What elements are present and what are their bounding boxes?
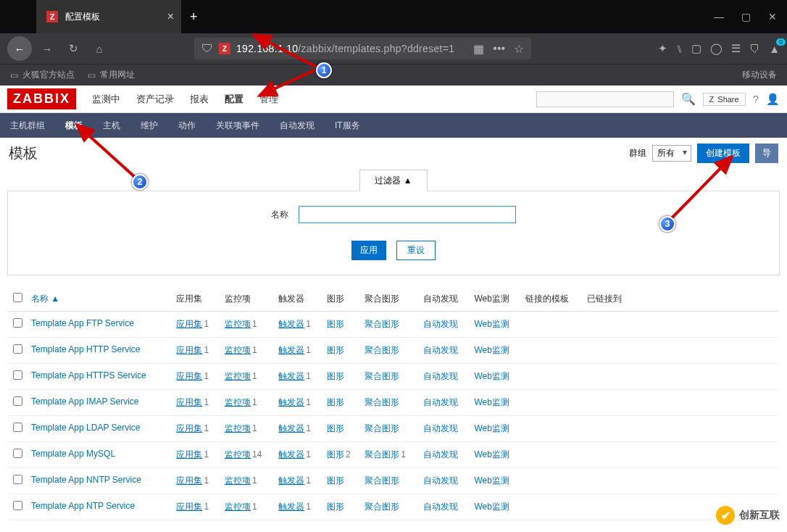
subnav-itservices[interactable]: IT服务 xyxy=(332,113,363,138)
new-tab-button[interactable]: + xyxy=(181,9,207,25)
shield2-icon[interactable]: ⛉ xyxy=(749,43,760,55)
applications-link[interactable]: 应用集 xyxy=(176,371,202,381)
subnav-discovery[interactable]: 自动发现 xyxy=(277,113,317,138)
subnav-correlation[interactable]: 关联项事件 xyxy=(213,113,262,138)
graphs-link[interactable]: 图形 xyxy=(327,449,344,460)
select-all-checkbox[interactable] xyxy=(13,293,22,302)
web-link[interactable]: Web监测 xyxy=(474,371,509,381)
applications-link[interactable]: 应用集 xyxy=(176,423,202,433)
col-name[interactable]: 名称 ▲ xyxy=(27,288,172,312)
window-maximize-icon[interactable]: ▢ xyxy=(741,11,751,22)
discovery-link[interactable]: 自动发现 xyxy=(423,475,458,486)
search-input[interactable] xyxy=(536,91,674,107)
web-link[interactable]: Web监测 xyxy=(474,397,509,407)
items-link[interactable]: 监控项 xyxy=(225,449,251,460)
discovery-link[interactable]: 自动发现 xyxy=(423,449,458,460)
template-name-link[interactable]: Template App NTP Service xyxy=(31,501,135,511)
account-icon[interactable]: ◯ xyxy=(710,42,723,55)
create-template-button[interactable]: 创建模板 xyxy=(697,144,749,163)
subnav-maintenance[interactable]: 维护 xyxy=(138,113,161,138)
triggers-link[interactable]: 触发器 xyxy=(278,475,304,486)
row-checkbox[interactable] xyxy=(13,396,22,406)
items-link[interactable]: 监控项 xyxy=(225,319,251,329)
screens-link[interactable]: 聚合图形 xyxy=(365,371,399,381)
reader-icon[interactable]: ▦ xyxy=(473,42,484,56)
template-name-link[interactable]: Template App HTTPS Service xyxy=(31,370,146,381)
triggers-link[interactable]: 触发器 xyxy=(278,449,304,460)
discovery-link[interactable]: 自动发现 xyxy=(423,345,458,355)
nav-configuration[interactable]: 配置 xyxy=(225,93,243,106)
nav-reports[interactable]: 报表 xyxy=(190,93,209,106)
search-icon[interactable]: 🔍 xyxy=(681,92,696,106)
web-link[interactable]: Web监测 xyxy=(474,449,509,460)
graphs-link[interactable]: 图形 xyxy=(327,475,344,486)
template-name-link[interactable]: Template App FTP Service xyxy=(31,318,134,328)
nav-monitoring[interactable]: 监测中 xyxy=(92,93,120,106)
nav-back-button[interactable]: ← xyxy=(7,36,32,61)
subnav-hosts[interactable]: 主机 xyxy=(100,113,123,138)
template-name-link[interactable]: Template App NNTP Service xyxy=(31,475,141,485)
nav-administration[interactable]: 管理 xyxy=(259,93,278,106)
screens-link[interactable]: 聚合图形 xyxy=(365,475,399,486)
applications-link[interactable]: 应用集 xyxy=(176,502,202,512)
web-link[interactable]: Web监测 xyxy=(474,319,509,329)
items-link[interactable]: 监控项 xyxy=(225,371,251,381)
template-name-link[interactable]: Template App IMAP Service xyxy=(31,396,139,407)
screens-link[interactable]: 聚合图形 xyxy=(365,423,399,433)
items-link[interactable]: 监控项 xyxy=(225,423,251,433)
help-icon[interactable]: ? xyxy=(753,93,759,105)
row-checkbox[interactable] xyxy=(13,449,22,458)
applications-link[interactable]: 应用集 xyxy=(176,319,202,329)
items-link[interactable]: 监控项 xyxy=(225,345,251,355)
filter-name-input[interactable] xyxy=(299,206,516,223)
nav-reload-button[interactable]: ↻ xyxy=(62,38,84,59)
screens-link[interactable]: 聚合图形 xyxy=(365,449,399,460)
subnav-hostgroups[interactable]: 主机群组 xyxy=(7,113,48,138)
bookmark-item[interactable]: ▭常用网址 xyxy=(88,69,135,81)
template-name-link[interactable]: Template App HTTP Service xyxy=(31,344,141,354)
notif-icon[interactable]: ▲0 xyxy=(769,43,780,55)
filter-reset-button[interactable]: 重设 xyxy=(396,241,436,260)
graphs-link[interactable]: 图形 xyxy=(327,423,344,433)
screens-link[interactable]: 聚合图形 xyxy=(365,345,399,355)
more-icon[interactable]: ••• xyxy=(493,42,505,55)
library-icon[interactable]: ⑊ xyxy=(676,43,683,55)
triggers-link[interactable]: 触发器 xyxy=(278,423,304,433)
graphs-link[interactable]: 图形 xyxy=(327,397,344,407)
screens-link[interactable]: 聚合图形 xyxy=(365,397,399,407)
triggers-link[interactable]: 触发器 xyxy=(278,502,304,512)
nav-inventory[interactable]: 资产记录 xyxy=(136,93,174,106)
screens-link[interactable]: 聚合图形 xyxy=(365,502,399,512)
triggers-link[interactable]: 触发器 xyxy=(278,319,304,329)
graphs-link[interactable]: 图形 xyxy=(327,371,344,381)
user-icon[interactable]: 👤 xyxy=(766,93,780,106)
discovery-link[interactable]: 自动发现 xyxy=(423,502,458,512)
filter-apply-button[interactable]: 应用 xyxy=(351,241,386,260)
items-link[interactable]: 监控项 xyxy=(225,475,251,486)
graphs-link[interactable]: 图形 xyxy=(327,319,344,329)
graphs-link[interactable]: 图形 xyxy=(327,502,344,512)
applications-link[interactable]: 应用集 xyxy=(176,475,202,486)
web-link[interactable]: Web监测 xyxy=(474,345,509,355)
zabbix-logo[interactable]: ZABBIX xyxy=(7,88,76,109)
import-button[interactable]: 导 xyxy=(755,144,778,163)
triggers-link[interactable]: 触发器 xyxy=(278,397,304,407)
address-bar[interactable]: 🛡 Z 192.168.1.10/zabbix/templates.php?dd… xyxy=(194,38,531,59)
window-minimize-icon[interactable]: — xyxy=(714,11,724,22)
row-checkbox[interactable] xyxy=(13,318,22,328)
applications-link[interactable]: 应用集 xyxy=(176,345,202,355)
discovery-link[interactable]: 自动发现 xyxy=(423,397,458,407)
row-checkbox[interactable] xyxy=(13,423,22,432)
subnav-templates[interactable]: 模板 xyxy=(62,113,86,138)
extensions-icon[interactable]: ✦ xyxy=(658,42,667,55)
row-checkbox[interactable] xyxy=(13,501,22,510)
discovery-link[interactable]: 自动发现 xyxy=(423,319,458,329)
items-link[interactable]: 监控项 xyxy=(225,502,251,512)
graphs-link[interactable]: 图形 xyxy=(327,345,344,355)
web-link[interactable]: Web监测 xyxy=(474,423,509,433)
tab-close-icon[interactable]: × xyxy=(167,10,174,23)
filter-tab[interactable]: 过滤器 ▲ xyxy=(359,170,427,191)
group-select[interactable]: 所有 xyxy=(652,145,691,162)
screens-link[interactable]: 聚合图形 xyxy=(365,319,399,329)
web-link[interactable]: Web监测 xyxy=(474,475,509,486)
